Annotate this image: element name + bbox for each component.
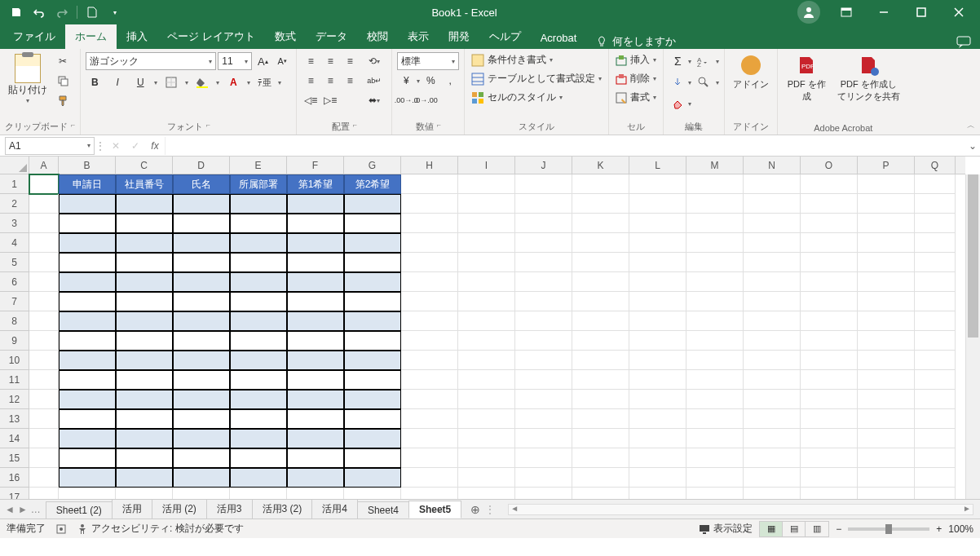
cut-icon[interactable]: ✂	[54, 52, 72, 70]
cell-L13[interactable]	[629, 409, 686, 429]
font-name-combo[interactable]: 游ゴシック▾	[86, 52, 216, 70]
cells[interactable]: 申請日社員番号氏名所属部署第1希望第2希望	[29, 174, 965, 499]
cell-C15[interactable]	[116, 448, 173, 468]
cell-G13[interactable]	[344, 409, 401, 429]
row-header-14[interactable]: 14	[0, 429, 29, 448]
cell-L6[interactable]	[629, 272, 686, 292]
tab-数式[interactable]: 数式	[265, 24, 306, 49]
cell-P3[interactable]	[858, 214, 915, 233]
cell-C17[interactable]	[116, 488, 173, 499]
cell-N2[interactable]	[744, 194, 801, 214]
cell-D10[interactable]	[173, 351, 230, 370]
cell-G8[interactable]	[344, 311, 401, 331]
col-header-N[interactable]: N	[744, 157, 801, 174]
cell-O6[interactable]	[801, 272, 858, 292]
cell-O2[interactable]	[801, 194, 858, 214]
cell-G5[interactable]	[344, 253, 401, 272]
cell-F11[interactable]	[287, 370, 344, 390]
cell-K5[interactable]	[572, 253, 629, 272]
cell-N12[interactable]	[744, 390, 801, 409]
cell-Q5[interactable]	[915, 253, 956, 272]
cell-E2[interactable]	[230, 194, 287, 214]
cell-A2[interactable]	[29, 194, 59, 214]
cell-M6[interactable]	[686, 272, 744, 292]
cell-J3[interactable]	[515, 214, 572, 233]
cell-J2[interactable]	[515, 194, 572, 214]
cell-F16[interactable]	[287, 468, 344, 488]
cell-K7[interactable]	[572, 292, 629, 311]
cell-D14[interactable]	[173, 429, 230, 448]
cell-M7[interactable]	[686, 292, 744, 311]
cell-N1[interactable]	[744, 174, 801, 194]
cell-L3[interactable]	[629, 214, 686, 233]
cell-B12[interactable]	[59, 390, 116, 409]
tab-ヘルプ[interactable]: ヘルプ	[479, 24, 531, 49]
cell-A1[interactable]	[29, 174, 59, 194]
cell-A14[interactable]	[29, 429, 59, 448]
zoom-value[interactable]: 100%	[948, 523, 973, 535]
col-header-I[interactable]: I	[458, 157, 515, 174]
cell-H7[interactable]	[401, 292, 458, 311]
italic-button[interactable]: I	[108, 73, 126, 91]
cell-E5[interactable]	[230, 253, 287, 272]
col-header-O[interactable]: O	[801, 157, 858, 174]
cell-C6[interactable]	[116, 272, 173, 292]
phonetic-icon[interactable]: ﾃ亜	[255, 73, 273, 91]
vertical-scrollbar[interactable]	[965, 174, 980, 499]
cell-B6[interactable]	[59, 272, 116, 292]
cell-F12[interactable]	[287, 390, 344, 409]
cell-D3[interactable]	[173, 214, 230, 233]
cell-L8[interactable]	[629, 311, 686, 331]
cell-B7[interactable]	[59, 292, 116, 311]
cell-J7[interactable]	[515, 292, 572, 311]
cell-L7[interactable]	[629, 292, 686, 311]
maximize-icon[interactable]	[903, 0, 939, 24]
sort-filter-icon[interactable]: AZ	[693, 52, 714, 70]
col-header-K[interactable]: K	[572, 157, 629, 174]
cell-I16[interactable]	[458, 468, 515, 488]
cell-G11[interactable]	[344, 370, 401, 390]
alignment-launcher[interactable]: ⌐	[353, 121, 357, 133]
cell-D11[interactable]	[173, 370, 230, 390]
cell-P13[interactable]	[858, 409, 915, 429]
cell-E6[interactable]	[230, 272, 287, 292]
cell-F13[interactable]	[287, 409, 344, 429]
cell-H13[interactable]	[401, 409, 458, 429]
cell-Q7[interactable]	[915, 292, 956, 311]
cell-L5[interactable]	[629, 253, 686, 272]
copy-icon[interactable]	[54, 72, 72, 90]
cell-I15[interactable]	[458, 448, 515, 468]
cell-E12[interactable]	[230, 390, 287, 409]
tab-表示[interactable]: 表示	[398, 24, 439, 49]
cell-L12[interactable]	[629, 390, 686, 409]
zoom-in-icon[interactable]: +	[936, 523, 942, 535]
row-header-4[interactable]: 4	[0, 233, 29, 253]
cell-C2[interactable]	[116, 194, 173, 214]
cell-E17[interactable]	[230, 488, 287, 499]
row-header-8[interactable]: 8	[0, 311, 29, 331]
cell-O9[interactable]	[801, 331, 858, 351]
cell-B4[interactable]	[59, 233, 116, 253]
cell-J8[interactable]	[515, 311, 572, 331]
cell-P7[interactable]	[858, 292, 915, 311]
cell-B11[interactable]	[59, 370, 116, 390]
cell-B16[interactable]	[59, 468, 116, 488]
cell-I9[interactable]	[458, 331, 515, 351]
row-header-9[interactable]: 9	[0, 331, 29, 351]
cell-E9[interactable]	[230, 331, 287, 351]
cell-F5[interactable]	[287, 253, 344, 272]
cell-M9[interactable]	[686, 331, 744, 351]
sheet-tab-Sheet5[interactable]: Sheet5	[408, 501, 461, 518]
cell-P14[interactable]	[858, 429, 915, 448]
cell-Q10[interactable]	[915, 351, 956, 370]
cell-C9[interactable]	[116, 331, 173, 351]
increase-decimal-icon[interactable]: .00→.0	[397, 91, 415, 109]
cancel-formula-icon[interactable]: ✕	[106, 140, 126, 152]
decrease-indent-icon[interactable]: ◁≡	[302, 91, 320, 109]
cell-Q15[interactable]	[915, 448, 956, 468]
cell-D13[interactable]	[173, 409, 230, 429]
ribbon-display-icon[interactable]	[828, 0, 864, 24]
save-icon[interactable]	[7, 2, 26, 22]
cell-N10[interactable]	[744, 351, 801, 370]
cell-Q1[interactable]	[915, 174, 956, 194]
